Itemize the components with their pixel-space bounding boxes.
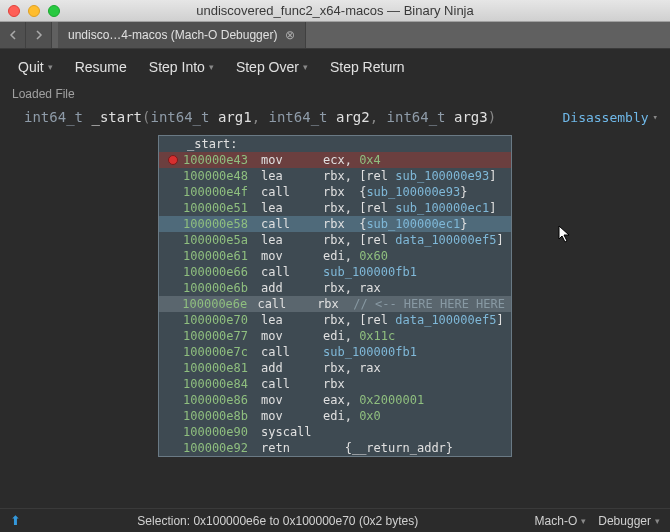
disasm-line[interactable]: 100000e43movecx, 0x4: [159, 152, 511, 168]
gutter[interactable]: [163, 184, 183, 200]
address: 100000e4f: [183, 184, 261, 200]
operands: sub_100000fb1: [323, 344, 417, 360]
gutter[interactable]: [163, 264, 183, 280]
disasm-line[interactable]: 100000e4fcallrbx {sub_100000e93}: [159, 184, 511, 200]
address: 100000e77: [183, 328, 261, 344]
operands: edi, 0x0: [323, 408, 381, 424]
address: 100000e84: [183, 376, 261, 392]
return-type: int64_t: [24, 109, 83, 125]
resume-button[interactable]: Resume: [69, 55, 133, 79]
operands: rbx, rax: [323, 280, 381, 296]
gutter[interactable]: [163, 344, 183, 360]
loaded-file-label: Loaded File: [0, 85, 670, 101]
address: 100000e5a: [183, 232, 261, 248]
mnemonic: lea: [261, 232, 323, 248]
disasm-line[interactable]: 100000e81addrbx, rax: [159, 360, 511, 376]
disasm-line[interactable]: 100000e66callsub_100000fb1: [159, 264, 511, 280]
gutter[interactable]: [163, 392, 183, 408]
disasm-line[interactable]: 100000e77movedi, 0x11c: [159, 328, 511, 344]
disasm-line[interactable]: 100000e48learbx, [rel sub_100000e93]: [159, 168, 511, 184]
disasm-line[interactable]: 100000e7ccallsub_100000fb1: [159, 344, 511, 360]
minimize-window-button[interactable]: [28, 5, 40, 17]
mnemonic: lea: [261, 168, 323, 184]
gutter[interactable]: [163, 408, 183, 424]
disasm-line[interactable]: 100000e58callrbx {sub_100000ec1}: [159, 216, 511, 232]
breakpoint-icon[interactable]: [168, 155, 178, 165]
operands: rbx, rax: [323, 360, 381, 376]
up-arrow-icon[interactable]: ⬆: [10, 513, 21, 528]
operands: sub_100000fb1: [323, 264, 417, 280]
disasm-line[interactable]: 100000e6baddrbx, rax: [159, 280, 511, 296]
disasm-label: _start:: [159, 136, 511, 152]
nav-back-button[interactable]: [0, 22, 26, 48]
gutter[interactable]: [163, 200, 183, 216]
step-into-label: Step Into: [149, 59, 205, 75]
filetype-label: Mach-O: [535, 514, 578, 528]
operands: rbx: [323, 376, 345, 392]
gutter[interactable]: [163, 296, 182, 312]
disasm-line[interactable]: 100000e6ecallrbx // <-- HERE HERE HERE: [159, 296, 511, 312]
gutter[interactable]: [163, 360, 183, 376]
view-mode-dropdown[interactable]: Disassembly ▾: [562, 110, 658, 125]
address: 100000e58: [183, 216, 261, 232]
gutter[interactable]: [163, 312, 183, 328]
address: 100000e43: [183, 152, 261, 168]
operands: rbx {sub_100000e93}: [323, 184, 468, 200]
mnemonic: call: [261, 264, 323, 280]
gutter[interactable]: [163, 152, 183, 168]
caret-down-icon: ▾: [48, 62, 53, 72]
disasm-line[interactable]: 100000e51learbx, [rel sub_100000ec1]: [159, 200, 511, 216]
mnemonic: mov: [261, 248, 323, 264]
gutter[interactable]: [163, 376, 183, 392]
step-into-button[interactable]: Step Into▾: [143, 55, 220, 79]
step-over-button[interactable]: Step Over▾: [230, 55, 314, 79]
address: 100000e51: [183, 200, 261, 216]
disasm-line[interactable]: 100000e61movedi, 0x60: [159, 248, 511, 264]
mnemonic: mov: [261, 392, 323, 408]
disasm-line[interactable]: 100000e92retn {__return_addr}: [159, 440, 511, 456]
address: 100000e61: [183, 248, 261, 264]
address: 100000e66: [183, 264, 261, 280]
disasm-line[interactable]: 100000e90syscall: [159, 424, 511, 440]
gutter[interactable]: [163, 248, 183, 264]
disasm-line[interactable]: 100000e8bmovedi, 0x0: [159, 408, 511, 424]
param-type: int64_t: [387, 109, 446, 125]
status-right: Mach-O ▾ Debugger ▾: [535, 514, 660, 528]
operands: rbx, [rel sub_100000ec1]: [323, 200, 496, 216]
function-name: _start: [91, 109, 142, 125]
disasm-line[interactable]: 100000e86moveax, 0x2000001: [159, 392, 511, 408]
step-return-label: Step Return: [330, 59, 405, 75]
gutter[interactable]: [163, 280, 183, 296]
gutter[interactable]: [163, 440, 183, 456]
step-over-label: Step Over: [236, 59, 299, 75]
step-return-button[interactable]: Step Return: [324, 55, 411, 79]
filetype-dropdown[interactable]: Mach-O ▾: [535, 514, 587, 528]
address: 100000e90: [183, 424, 261, 440]
file-tab[interactable]: undisco…4-macos (Mach-O Debugger) ⊗: [58, 22, 306, 48]
gutter[interactable]: [163, 168, 183, 184]
param-type: int64_t: [150, 109, 209, 125]
disasm-line[interactable]: 100000e70learbx, [rel data_100000ef5]: [159, 312, 511, 328]
gutter[interactable]: [163, 232, 183, 248]
mnemonic: call: [261, 216, 323, 232]
operands: rbx, [rel data_100000ef5]: [323, 232, 504, 248]
operands: edi, 0x60: [323, 248, 388, 264]
operands: rbx // <-- HERE HERE HERE: [317, 296, 505, 312]
gutter[interactable]: [163, 328, 183, 344]
nav-forward-button[interactable]: [26, 22, 52, 48]
operands: ecx, 0x4: [323, 152, 381, 168]
zoom-window-button[interactable]: [48, 5, 60, 17]
close-tab-icon[interactable]: ⊗: [285, 28, 295, 42]
close-window-button[interactable]: [8, 5, 20, 17]
quit-button[interactable]: Quit▾: [12, 55, 59, 79]
mnemonic: mov: [261, 152, 323, 168]
param-name: arg2: [336, 109, 370, 125]
gutter[interactable]: [163, 216, 183, 232]
disassembly-panel[interactable]: _start:100000e43movecx, 0x4100000e48lear…: [158, 135, 512, 457]
address: 100000e81: [183, 360, 261, 376]
mnemonic: lea: [261, 200, 323, 216]
mode-dropdown[interactable]: Debugger ▾: [598, 514, 660, 528]
disasm-line[interactable]: 100000e5alearbx, [rel data_100000ef5]: [159, 232, 511, 248]
disasm-line[interactable]: 100000e84callrbx: [159, 376, 511, 392]
gutter[interactable]: [163, 424, 183, 440]
